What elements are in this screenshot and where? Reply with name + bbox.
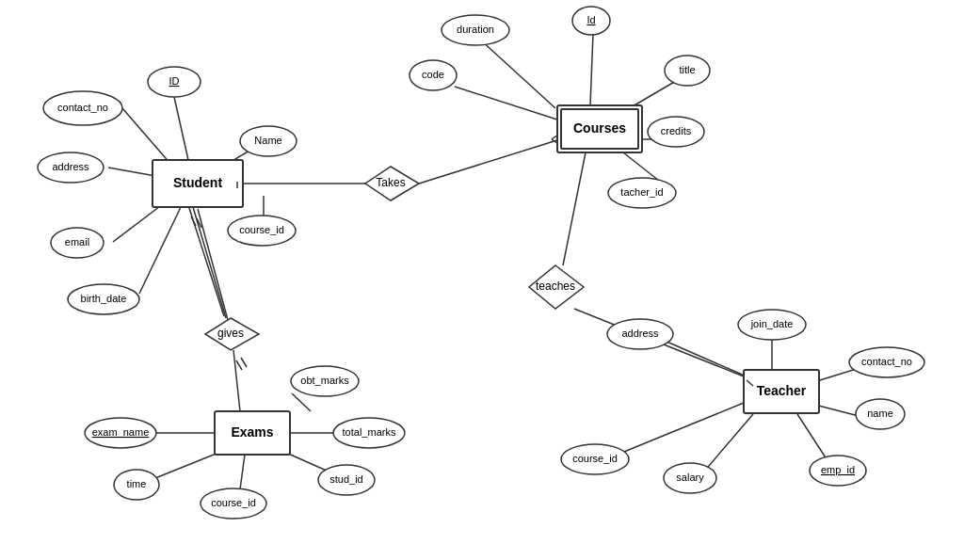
svg-line-36 — [703, 414, 753, 472]
attr-student-birthdate-label: birth_date — [81, 293, 127, 304]
attr-courses-title-label: title — [679, 64, 695, 75]
attr-teacher-empid-label: emp_id — [821, 464, 855, 475]
attr-teacher-salary-label: salary — [676, 472, 704, 483]
attr-teacher-courseid-label: course_id — [572, 453, 618, 464]
teacher-label: Teacher — [757, 383, 807, 398]
attr-courses-code-label: code — [422, 69, 444, 80]
attr-courses-credits-label: credits — [661, 125, 692, 136]
svg-line-40 — [191, 216, 196, 226]
takes-label: Takes — [376, 176, 405, 189]
attr-courses-id-label: Id — [586, 14, 595, 25]
attr-exams-totalmarks-label: total_marks — [343, 426, 396, 438]
attr-student-id-label: ID — [169, 75, 180, 87]
attr-exams-time-label: time — [127, 478, 147, 489]
gives-label: gives — [217, 327, 244, 340]
attr-exams-obtmarks-label: obt_marks — [300, 375, 349, 386]
svg-line-43 — [241, 358, 247, 367]
svg-line-22 — [240, 455, 245, 489]
attr-exams-examname-label: exam_name — [92, 426, 150, 438]
svg-line-16 — [198, 209, 228, 320]
svg-line-17 — [292, 393, 311, 411]
svg-line-14 — [233, 350, 240, 411]
attr-exams-studid-label: stud_id — [329, 473, 362, 485]
svg-line-1 — [174, 97, 188, 160]
attr-teacher-joindate-label: join_date — [750, 318, 794, 329]
svg-line-29 — [563, 152, 586, 265]
svg-line-13 — [193, 207, 226, 318]
attr-student-name-label: Name — [254, 135, 281, 146]
attr-teacher-address-label: address — [621, 328, 659, 339]
svg-line-31 — [665, 341, 747, 376]
teaches-label: teaches — [536, 280, 575, 293]
svg-line-0 — [122, 108, 171, 165]
attr-courses-duration-label: duration — [457, 24, 494, 35]
attr-courses-teacherid-label: tacher_id — [620, 186, 663, 198]
attr-teacher-contactno-label: contact_no — [861, 356, 912, 367]
courses-label: Courses — [573, 120, 626, 136]
student-label: Student — [173, 175, 222, 190]
svg-line-42 — [236, 360, 242, 370]
svg-line-25 — [455, 87, 560, 120]
svg-line-28 — [623, 152, 659, 181]
attr-student-email-label: email — [65, 236, 89, 248]
attr-teacher-name-label: name — [867, 408, 893, 419]
attr-takes-courseid-label: course_id — [239, 224, 284, 235]
attr-exams-courseid-label: course_id — [211, 497, 256, 508]
attr-student-contact-no-label: contact_no — [57, 102, 108, 113]
exams-label: Exams — [231, 424, 273, 440]
attr-student-address-label: address — [52, 161, 89, 172]
svg-line-8 — [419, 139, 560, 184]
svg-line-5 — [139, 207, 181, 294]
svg-line-24 — [590, 33, 593, 105]
